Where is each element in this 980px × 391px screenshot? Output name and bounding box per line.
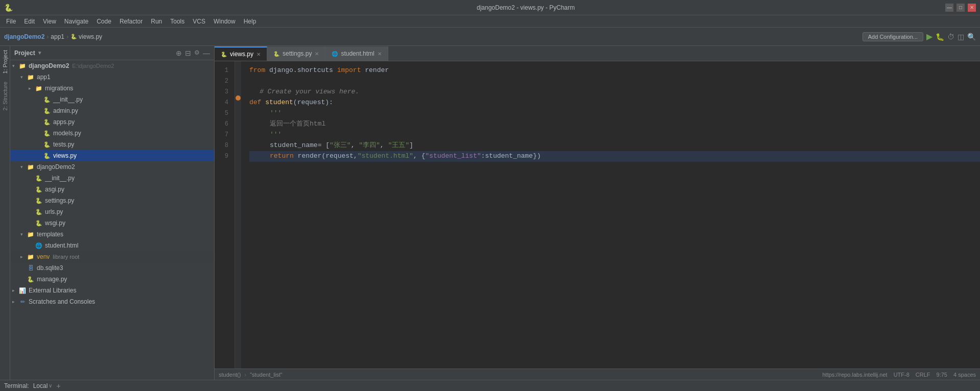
- views-file-label[interactable]: views.py: [79, 33, 102, 40]
- menu-run[interactable]: Run: [147, 17, 166, 26]
- maximize-button[interactable]: □: [956, 4, 965, 12]
- structure-panel-tab[interactable]: 2: Structure: [1, 78, 10, 115]
- dropdown-icon: ∨: [49, 383, 52, 388]
- debug-button[interactable]: 🐛: [936, 33, 944, 41]
- tree-item-venv[interactable]: ▸ 📁 venv library root: [10, 251, 214, 262]
- views-tab-label: views.py: [230, 51, 253, 58]
- editor-area: 🐍 views.py ✕ 🐍 settings.py ✕ 🌐 student.h…: [215, 46, 980, 380]
- bottom-panel: Terminal: Local ∨ +: [0, 380, 980, 391]
- profile-button[interactable]: ⏱: [947, 33, 954, 41]
- menu-view[interactable]: View: [39, 17, 60, 26]
- tree-item-student-html[interactable]: 🌐 student.html: [10, 240, 214, 251]
- code-line-9: return render(request, "student.html" , …: [249, 151, 980, 162]
- editor-tabs: 🐍 views.py ✕ 🐍 settings.py ✕ 🌐 student.h…: [215, 46, 980, 61]
- project-name: djangoDemo2: [4, 33, 44, 40]
- menubar: File Edit View Navigate Code Refactor Ru…: [0, 15, 980, 28]
- add-configuration-button[interactable]: Add Configuration...: [862, 32, 923, 41]
- minimize-button[interactable]: —: [945, 4, 953, 12]
- breadcrumb: djangoDemo2 › app1 › 🐍 views.py: [4, 33, 102, 40]
- menu-help[interactable]: Help: [240, 17, 261, 26]
- breadcrumb-sep2: ›: [66, 33, 68, 40]
- menu-navigate[interactable]: Navigate: [60, 17, 92, 26]
- sidebar-header-icons: ⊕ ⊟ ⚙ —: [176, 49, 210, 57]
- tree-item-settings-proj[interactable]: 🐍 settings.py: [10, 195, 214, 206]
- hide-icon[interactable]: —: [203, 49, 210, 57]
- statusbar-url: https://repo.labs.intellij.net: [822, 372, 887, 378]
- menu-refactor[interactable]: Refactor: [115, 17, 147, 26]
- statusbar-encoding[interactable]: UTF-8: [894, 372, 909, 378]
- tree-item-manage[interactable]: 🐍 manage.py: [10, 274, 214, 285]
- tab-views[interactable]: 🐍 views.py ✕: [215, 46, 267, 61]
- code-line-7: ''': [249, 130, 980, 140]
- views-tab-close[interactable]: ✕: [256, 52, 261, 57]
- statusbar-breadcrumb: student() › "student_list": [219, 372, 283, 378]
- code-line-5: ''': [249, 108, 980, 119]
- close-button[interactable]: ✕: [968, 4, 976, 12]
- tree-item-init-proj[interactable]: 🐍 __init__.py: [10, 173, 214, 184]
- menu-window[interactable]: Window: [209, 17, 240, 26]
- run-button[interactable]: ▶: [926, 32, 932, 41]
- tree-item-init-app1[interactable]: 🐍 __init__.py: [10, 94, 214, 105]
- sidebar: Project ▼ ⊕ ⊟ ⚙ — ▾ 📁 djangoDemo2 E:\dja…: [10, 46, 215, 380]
- toolbar: djangoDemo2 › app1 › 🐍 views.py Add Conf…: [0, 28, 980, 46]
- collapse-icon[interactable]: ⊟: [185, 49, 191, 57]
- tree-item-apps[interactable]: 🐍 apps.py: [10, 116, 214, 128]
- menu-tools[interactable]: Tools: [166, 17, 189, 26]
- code-line-1: from django.shortcuts import render: [249, 65, 980, 76]
- file-tree: ▾ 📁 djangoDemo2 E:\djangoDemo2 ▾ 📁 app1 …: [10, 60, 214, 380]
- window-controls: — □ ✕: [945, 4, 976, 12]
- breakpoint-gutter: [235, 61, 241, 369]
- menu-code[interactable]: Code: [92, 17, 115, 26]
- code-line-6: 返回一个首页html: [249, 119, 980, 130]
- views-file-icon: 🐍: [71, 34, 77, 39]
- add-terminal-button[interactable]: +: [56, 382, 60, 390]
- coverage-button[interactable]: ◫: [958, 33, 964, 41]
- code-line-8: student_name = [ "张三" , "李四" , "王五" ]: [249, 140, 980, 151]
- settings-icon[interactable]: ⚙: [194, 49, 200, 57]
- settings-tab-label: settings.py: [283, 50, 312, 57]
- code-content[interactable]: from django.shortcuts import render # Cr…: [241, 61, 980, 369]
- menu-edit[interactable]: Edit: [20, 17, 39, 26]
- tab-settings[interactable]: 🐍 settings.py ✕: [267, 46, 325, 61]
- app1-label[interactable]: app1: [51, 33, 64, 40]
- tree-item-wsgi[interactable]: 🐍 wsgi.py: [10, 217, 214, 229]
- menu-file[interactable]: File: [2, 17, 20, 26]
- menu-vcs[interactable]: VCS: [189, 17, 209, 26]
- settings-tab-close[interactable]: ✕: [315, 51, 319, 57]
- code-line-3: # Create your views here.: [249, 87, 980, 97]
- tree-item-djangodemo2-pkg[interactable]: ▾ 📁 djangoDemo2: [10, 161, 214, 173]
- student-html-tab-icon: 🌐: [332, 51, 338, 57]
- project-panel-tab[interactable]: 1: Project: [1, 46, 10, 78]
- sidebar-project-label: Project: [14, 50, 35, 57]
- statusbar-line-sep[interactable]: CRLF: [916, 372, 930, 378]
- student-html-tab-close[interactable]: ✕: [378, 51, 382, 57]
- tree-item-models[interactable]: 🐍 models.py: [10, 128, 214, 139]
- tree-item-ext-libs[interactable]: ▸ 📊 External Libraries: [10, 285, 214, 296]
- tree-item-urls[interactable]: 🐍 urls.py: [10, 206, 214, 217]
- tree-item-db[interactable]: 🗄 db.sqlite3: [10, 262, 214, 274]
- views-tab-icon: 🐍: [221, 52, 227, 57]
- add-icon[interactable]: ⊕: [176, 49, 182, 57]
- sidebar-header: Project ▼ ⊕ ⊟ ⚙ —: [10, 46, 214, 60]
- titlebar: 🐍 djangoDemo2 - views.py - PyCharm — □ ✕: [0, 0, 980, 15]
- tree-item-admin[interactable]: 🐍 admin.py: [10, 105, 214, 116]
- run-controls: Add Configuration... ▶ 🐛 ⏱ ◫ 🔍: [862, 32, 976, 41]
- statusbar-spaces[interactable]: 4 spaces: [953, 372, 976, 378]
- tree-item-templates[interactable]: ▾ 📁 templates: [10, 229, 214, 240]
- tree-item-tests[interactable]: 🐍 tests.py: [10, 139, 214, 150]
- main-layout: 1: Project 2: Structure Project ▼ ⊕ ⊟ ⚙ …: [0, 46, 980, 380]
- tree-item-app1[interactable]: ▾ 📁 app1: [10, 71, 214, 83]
- sidebar-dropdown-icon[interactable]: ▼: [37, 50, 42, 56]
- tab-student-html[interactable]: 🌐 student.html ✕: [325, 46, 388, 61]
- code-editor[interactable]: 1 2 3 4 5 6 7 8 9: [215, 61, 980, 369]
- statusbar-key: "student_list": [250, 372, 282, 378]
- line-numbers: 1 2 3 4 5 6 7 8 9: [215, 61, 235, 369]
- tree-item-views[interactable]: 🐍 views.py: [10, 150, 214, 161]
- local-dropdown[interactable]: Local ∨: [33, 382, 53, 389]
- tree-item-asgi[interactable]: 🐍 asgi.py: [10, 184, 214, 195]
- tree-item-root[interactable]: ▾ 📁 djangoDemo2 E:\djangoDemo2: [10, 60, 214, 71]
- settings-tab-icon: 🐍: [273, 51, 279, 57]
- tree-item-migrations[interactable]: ▸ 📁 migrations: [10, 83, 214, 94]
- tree-item-scratches[interactable]: ▸ ✏ Scratches and Consoles: [10, 296, 214, 307]
- search-button[interactable]: 🔍: [967, 33, 976, 41]
